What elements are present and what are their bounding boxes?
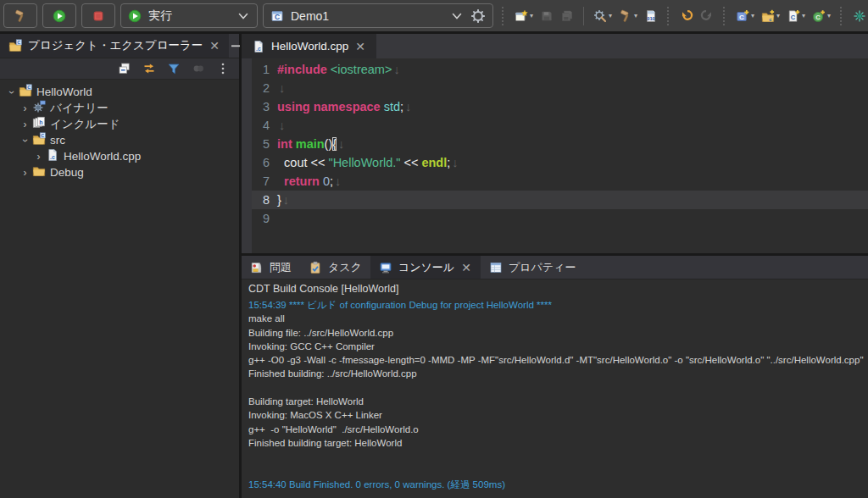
tree-item-HelloWorld[interactable]: › HelloWorld	[0, 84, 239, 100]
tab-console-label: コンソール	[398, 260, 454, 275]
console-log-line: make all	[248, 312, 861, 325]
build-button[interactable]	[3, 3, 37, 28]
tree-item-src[interactable]: › src	[0, 132, 239, 148]
kebab-icon	[216, 62, 230, 75]
console-log-line: Finished building target: HelloWorld	[248, 436, 861, 450]
binary-file-button[interactable]	[643, 8, 659, 24]
toolbar-separator	[502, 7, 505, 25]
tab-tasks-label: タスク	[328, 260, 362, 275]
console-mon-icon	[379, 261, 392, 274]
new-source-folder-button[interactable]: ▾	[760, 8, 781, 24]
collapse-all-button[interactable]	[117, 61, 132, 76]
chevron-expanded-icon[interactable]: ›	[19, 134, 31, 147]
toolbar-separator	[667, 7, 670, 25]
project-explorer-panel: プロジェクト・エクスプローラー ✕ › HelloWorld › バイナリー ›…	[0, 34, 242, 498]
tree-item-インクルード[interactable]: › インクルード	[0, 116, 239, 132]
line-delimiter-icon: ↓	[392, 63, 399, 76]
view-menu-button[interactable]	[215, 61, 231, 76]
tab-project-explorer[interactable]: プロジェクト・エクスプローラー ✕	[0, 34, 229, 58]
save-button[interactable]	[539, 8, 554, 24]
tree-item-label: HelloWorld.cpp	[64, 150, 141, 163]
explorer-toolbar	[0, 58, 239, 80]
binaries-icon	[32, 100, 46, 113]
dropdown-arrow-icon[interactable]: ▾	[634, 13, 637, 19]
close-icon[interactable]: ✕	[460, 261, 472, 274]
chevron-down-icon	[450, 9, 464, 23]
console-log[interactable]: 15:54:39 **** ビルド of configuration Debug…	[242, 296, 868, 498]
launch-target-combo-label: Demo1	[291, 9, 443, 23]
code-editor[interactable]: 1 #include <iostream>↓ 2 ↓ 3 using names…	[242, 58, 868, 253]
play-icon	[53, 9, 66, 23]
debug-config-button[interactable]: ▾	[852, 8, 868, 24]
run-config-combo[interactable]: 実行	[120, 3, 258, 28]
problems-icon	[250, 261, 264, 274]
line-number: 5	[252, 135, 277, 153]
folder-c-icon	[19, 84, 32, 100]
chevron-collapsed-icon[interactable]: ›	[19, 167, 31, 179]
close-icon[interactable]: ✕	[209, 39, 220, 53]
build-all-button[interactable]: ▾	[593, 8, 613, 24]
tab-console[interactable]: コンソール ✕	[370, 256, 481, 279]
undo-button[interactable]	[679, 8, 694, 24]
focus-button[interactable]	[191, 61, 206, 76]
filter-button[interactable]	[166, 61, 181, 76]
tab-properties[interactable]: プロパティー	[481, 256, 585, 279]
focus-icon	[192, 62, 205, 75]
close-icon[interactable]: ✕	[354, 40, 366, 53]
tab-problems[interactable]: 問題	[242, 256, 300, 279]
editor-tabbar: HelloWorld.cpp ✕	[242, 34, 868, 58]
chevron-collapsed-icon[interactable]: ›	[32, 151, 45, 163]
tree-item-label: src	[50, 134, 65, 147]
new-c-project-button[interactable]: ▾	[735, 8, 755, 24]
tab-tasks[interactable]: タスク	[300, 256, 370, 279]
build-all-icon	[593, 9, 607, 23]
chevron-collapsed-icon[interactable]: ›	[19, 119, 31, 130]
hammer-icon	[619, 9, 632, 23]
properties-icon	[489, 261, 503, 274]
tab-helloworld-cpp[interactable]: HelloWorld.cpp ✕	[242, 34, 376, 58]
collapse-all-icon	[118, 62, 131, 75]
line-delimiter-icon: ↓	[277, 81, 285, 95]
dropdown-arrow-icon[interactable]: ▾	[751, 13, 754, 19]
new-wizard-button[interactable]: ▾	[514, 8, 534, 24]
project-explorer-icon	[8, 39, 22, 53]
hammer-icon	[14, 9, 27, 23]
new-class-button[interactable]: ▾	[811, 8, 832, 24]
tree-item-Debug[interactable]: › Debug	[0, 164, 239, 180]
build-project-button[interactable]: ▾	[618, 8, 638, 24]
new-c-file-icon	[787, 9, 800, 23]
minimize-icon[interactable]	[229, 39, 242, 53]
tree-item-label: HelloWorld	[36, 86, 92, 98]
line-number: 7	[252, 172, 277, 191]
dropdown-arrow-icon[interactable]: ▾	[776, 13, 780, 19]
console-log-line	[248, 464, 861, 478]
line-number: 2	[252, 79, 277, 97]
save-all-button[interactable]	[559, 8, 575, 24]
chevron-collapsed-icon[interactable]: ›	[19, 102, 31, 114]
line-delimiter-icon: ↓	[281, 193, 289, 207]
tree-item-HelloWorld.cpp[interactable]: › HelloWorld.cpp	[0, 148, 239, 164]
dropdown-arrow-icon[interactable]: ▾	[802, 13, 805, 19]
console-log-line: Invoking: GCC C++ Compiler	[248, 340, 861, 353]
run-config-combo-label: 実行	[148, 8, 230, 24]
stop-button[interactable]	[81, 3, 115, 28]
tab-problems-label: 問題	[270, 260, 292, 275]
main-toolbar: 実行 Demo1 ▾ ▾ ▾ ▾ ▾ ▾ ▾ ▾	[0, 0, 868, 34]
line-number: 8	[252, 191, 277, 209]
tree-item-バイナリー[interactable]: › バイナリー	[0, 100, 239, 116]
launch-target-combo[interactable]: Demo1	[263, 3, 493, 28]
new-source-file-button[interactable]: ▾	[786, 8, 806, 24]
link-with-editor-button[interactable]	[142, 61, 157, 76]
run-button[interactable]	[42, 3, 76, 28]
console-title: CDT Build Console [HelloWorld]	[242, 279, 868, 296]
line-delimiter-icon: ↓	[337, 137, 344, 151]
editor-console-area: HelloWorld.cpp ✕ 1 #include <iostream>↓ …	[242, 34, 868, 498]
dropdown-arrow-icon[interactable]: ▾	[530, 13, 533, 19]
redo-button[interactable]	[699, 8, 715, 24]
dropdown-arrow-icon[interactable]: ▾	[827, 13, 831, 19]
chevron-expanded-icon[interactable]: ›	[6, 86, 18, 98]
gear-icon	[470, 8, 486, 24]
line-delimiter-icon: ↓	[403, 100, 411, 113]
dropdown-arrow-icon[interactable]: ▾	[609, 13, 612, 19]
line-number: 6	[252, 153, 277, 172]
